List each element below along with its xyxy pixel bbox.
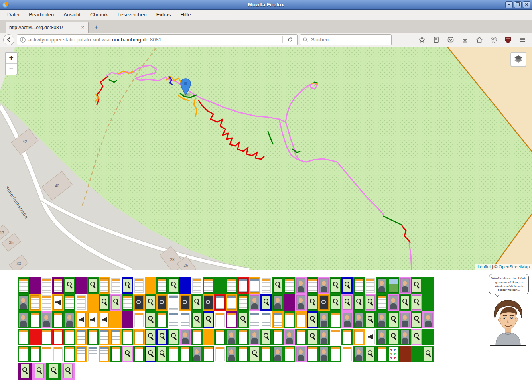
timeline-tile[interactable] [318, 346, 330, 362]
timeline-tile[interactable] [260, 346, 272, 362]
timeline-tile[interactable] [110, 329, 122, 345]
timeline-tile[interactable] [191, 294, 203, 311]
menu-datei[interactable]: Datei [2, 10, 24, 19]
timeline-tile[interactable] [110, 311, 122, 328]
timeline-tile[interactable] [122, 311, 133, 328]
timeline-tile[interactable] [422, 329, 434, 345]
timeline-tile[interactable] [365, 329, 376, 345]
timeline-tile[interactable] [156, 329, 168, 345]
timeline-tile[interactable] [168, 311, 179, 328]
timeline-tile[interactable] [179, 311, 191, 328]
timeline-tile[interactable] [41, 311, 52, 328]
timeline-tile[interactable] [133, 346, 145, 362]
home-button[interactable] [473, 34, 486, 45]
timeline-tile[interactable] [422, 294, 434, 311]
timeline-tile[interactable] [41, 294, 52, 311]
timeline-tile[interactable] [249, 277, 260, 294]
timeline-tile[interactable] [133, 277, 145, 294]
timeline-tile[interactable] [99, 277, 110, 294]
timeline-tile[interactable] [18, 329, 29, 345]
timeline-tile[interactable] [411, 329, 422, 345]
timeline-tile[interactable] [365, 346, 376, 362]
timeline-tile[interactable] [307, 346, 318, 362]
timeline-tile[interactable] [226, 346, 237, 362]
timeline-tile[interactable] [249, 329, 260, 345]
timeline-tile[interactable] [353, 294, 365, 311]
timeline-tile[interactable] [110, 294, 122, 311]
zoom-in-button[interactable]: + [6, 53, 17, 64]
timeline-tile[interactable] [399, 346, 411, 362]
timeline-tile[interactable] [29, 329, 41, 345]
timeline-tile[interactable] [41, 329, 52, 345]
timeline-tile[interactable] [41, 346, 52, 362]
timeline-tile[interactable] [341, 329, 353, 345]
timeline-tile[interactable] [260, 277, 272, 294]
timeline-tile[interactable] [203, 294, 214, 311]
timeline-tile[interactable] [376, 346, 388, 362]
timeline-tile[interactable] [179, 294, 191, 311]
timeline-tile[interactable] [87, 346, 99, 362]
timeline-tile[interactable] [191, 311, 203, 328]
layers-control[interactable] [510, 52, 526, 67]
timeline-tile[interactable] [399, 329, 411, 345]
menu-extras[interactable]: Extras [152, 10, 176, 19]
timeline-tile[interactable] [87, 294, 99, 311]
timeline-tile[interactable] [249, 311, 260, 328]
timeline-tile[interactable] [422, 277, 434, 294]
timeline-tile[interactable] [307, 329, 318, 345]
timeline-tile[interactable] [284, 311, 295, 328]
timeline-tile[interactable] [52, 346, 64, 362]
timeline-tile[interactable] [52, 294, 64, 311]
menu-bearbeiten[interactable]: Bearbeiten [24, 10, 59, 19]
timeline-tile[interactable] [203, 311, 214, 328]
fingerprint-addon-button[interactable] [487, 34, 500, 45]
timeline-tile[interactable] [318, 311, 330, 328]
timeline-tile[interactable] [179, 329, 191, 345]
timeline-tile[interactable] [341, 311, 353, 328]
timeline-tile[interactable] [156, 311, 168, 328]
timeline-tile[interactable] [191, 277, 203, 294]
timeline-tile[interactable] [18, 294, 29, 311]
timeline-tile[interactable] [52, 277, 64, 294]
timeline-tile[interactable] [168, 277, 179, 294]
timeline-tile[interactable] [237, 346, 249, 362]
timeline-tile[interactable] [64, 277, 75, 294]
timeline-tile[interactable] [295, 346, 307, 362]
timeline-tile[interactable] [64, 346, 75, 362]
timeline-tile[interactable] [399, 277, 411, 294]
timeline-tile[interactable] [52, 329, 64, 345]
timeline-tile[interactable] [307, 277, 318, 294]
timeline-tile[interactable] [214, 294, 226, 311]
timeline-tile[interactable] [272, 329, 284, 345]
timeline-tile[interactable] [145, 294, 156, 311]
bookmarks-menu-button[interactable] [430, 34, 443, 45]
timeline-tile[interactable] [99, 346, 110, 362]
timeline-tile[interactable] [46, 363, 61, 380]
timeline-tile[interactable] [330, 277, 341, 294]
timeline-tile[interactable] [64, 329, 75, 345]
timeline-tile[interactable] [284, 294, 295, 311]
timeline-tile[interactable] [237, 329, 249, 345]
timeline-tile[interactable] [226, 311, 237, 328]
menu-lesezeichen[interactable]: Lesezeichen [113, 10, 152, 19]
timeline-tile[interactable] [145, 311, 156, 328]
timeline-tile[interactable] [99, 329, 110, 345]
timeline-tile[interactable] [353, 346, 365, 362]
timeline-tile[interactable] [295, 277, 307, 294]
timeline-tile[interactable] [341, 294, 353, 311]
timeline-tile[interactable] [411, 277, 422, 294]
timeline-tile[interactable] [29, 311, 41, 328]
timeline-tile[interactable] [365, 294, 376, 311]
timeline-tile[interactable] [272, 311, 284, 328]
timeline-tile[interactable] [52, 311, 64, 328]
ublock-addon-button[interactable] [502, 34, 514, 45]
timeline-tile[interactable] [75, 311, 87, 328]
tab-active[interactable]: http://activi...erg.de:8081/ × [6, 22, 89, 33]
timeline-tile[interactable] [87, 329, 99, 345]
timeline-tile[interactable] [18, 277, 29, 294]
menu-ansicht[interactable]: Ansicht [59, 10, 85, 19]
timeline-tile[interactable] [214, 277, 226, 294]
timeline-tile[interactable] [168, 294, 179, 311]
timeline-tile[interactable] [307, 294, 318, 311]
timeline-tile[interactable] [145, 277, 156, 294]
